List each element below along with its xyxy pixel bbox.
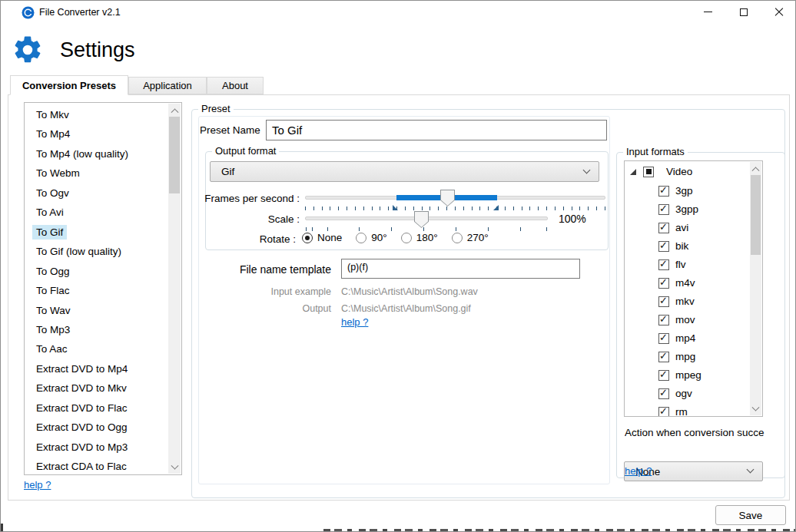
- app-window: File Converter v2.1 Settings Conversion …: [0, 0, 796, 532]
- minimize-button[interactable]: [690, 1, 725, 23]
- rotate-option[interactable]: None: [302, 232, 342, 243]
- format-checkbox[interactable]: ✓: [658, 315, 669, 325]
- preset-list-help-link[interactable]: help ?: [24, 479, 51, 491]
- tick-mark: [438, 207, 439, 210]
- rotate-option[interactable]: 180°: [401, 232, 438, 243]
- scale-value: 100%: [559, 213, 586, 225]
- format-checkbox[interactable]: ✓: [658, 388, 669, 399]
- preset-list-item[interactable]: Extract DVD to Mkv: [25, 379, 167, 397]
- format-tree-item[interactable]: ✓m4v: [658, 277, 695, 289]
- save-button[interactable]: Save: [715, 505, 786, 525]
- format-tree-item[interactable]: ✓rm: [658, 406, 688, 417]
- file-name-template-value: (p)(f): [347, 262, 368, 273]
- preset-list-item[interactable]: To Mp4 (low quality): [25, 145, 167, 163]
- format-tree-item[interactable]: ✓3gpp: [658, 203, 698, 215]
- tick-mark: [347, 207, 347, 210]
- input-example-value: C:\Music\Artist\Album\Song.wav: [341, 286, 478, 297]
- radio-icon: [302, 233, 313, 243]
- format-tree-item[interactable]: ✓ogv: [658, 388, 692, 399]
- app-icon: [22, 6, 35, 19]
- format-checkbox[interactable]: ✓: [658, 296, 669, 307]
- scrollbar-thumb[interactable]: [751, 175, 761, 255]
- tree-root-row[interactable]: Video: [630, 166, 692, 177]
- format-checkbox[interactable]: ✓: [658, 204, 669, 215]
- close-icon: [774, 8, 784, 17]
- scroll-down-icon[interactable]: [750, 403, 761, 415]
- output-format-select[interactable]: Gif: [210, 161, 599, 182]
- format-tree-item[interactable]: ✓mpg: [658, 351, 695, 362]
- format-tree-item[interactable]: ✓mkv: [658, 296, 695, 307]
- input-formats-help-link[interactable]: help ?: [625, 465, 652, 477]
- format-checkbox[interactable]: ✓: [658, 333, 669, 344]
- format-checkbox[interactable]: ✓: [658, 223, 669, 233]
- preset-list-scrollbar[interactable]: [168, 104, 181, 474]
- preset-list-item-label: To Gif (low quality): [32, 244, 125, 259]
- preset-name-input[interactable]: To Gif: [266, 120, 607, 140]
- preset-list-item[interactable]: To Mp4: [25, 125, 167, 143]
- tree-scrollbar[interactable]: [750, 162, 761, 415]
- format-checkbox[interactable]: ✓: [658, 259, 669, 270]
- preset-list-item-label: To Gif: [32, 225, 67, 240]
- fps-slider-ticks: [305, 207, 605, 210]
- tick-mark: [579, 207, 580, 210]
- file-name-template-input[interactable]: (p)(f): [341, 259, 580, 279]
- tab-application[interactable]: Application: [128, 77, 207, 94]
- rotate-option[interactable]: 90°: [356, 232, 386, 243]
- preset-list-item-label: To Mkv: [32, 107, 73, 122]
- preset-list-item-label: To Ogg: [32, 264, 74, 279]
- format-checkbox[interactable]: ✓: [658, 370, 669, 381]
- tab-about[interactable]: About: [207, 77, 264, 94]
- input-formats-tree: Video ✓3gp✓3gpp✓avi✓bik✓flv✓m4v✓mkv✓mov✓…: [624, 160, 763, 417]
- format-checkbox[interactable]: ✓: [658, 352, 669, 362]
- preset-list-item[interactable]: To Mp3: [25, 321, 167, 339]
- format-label: bik: [675, 240, 688, 252]
- preset-list-item[interactable]: Extract DVD to Mp3: [25, 438, 167, 456]
- preset-list-item[interactable]: To Ogv: [25, 184, 167, 202]
- format-checkbox[interactable]: ✓: [658, 407, 669, 418]
- fps-range-start-marker: [393, 205, 398, 210]
- preset-list-item[interactable]: Extract CDA to Flac: [25, 458, 167, 475]
- preset-group-label: Preset: [198, 103, 234, 114]
- scale-slider-thumb[interactable]: [414, 211, 429, 228]
- scroll-up-icon[interactable]: [750, 162, 761, 174]
- preset-list-item[interactable]: Extract DVD to Mp4: [25, 360, 167, 378]
- preset-list-item-label: To Avi: [32, 205, 68, 220]
- fps-slider-thumb[interactable]: [440, 190, 455, 207]
- format-tree-item[interactable]: ✓bik: [658, 240, 688, 252]
- preset-list-item[interactable]: To Wav: [25, 302, 167, 319]
- preset-list-item[interactable]: To Aac: [25, 340, 167, 358]
- preset-list-item[interactable]: To Flac: [25, 282, 167, 299]
- format-tree-item[interactable]: ✓mpeg: [658, 369, 701, 381]
- output-format-group-label: Output format: [212, 145, 279, 157]
- preset-list-item[interactable]: To Gif: [25, 223, 167, 241]
- format-tree-item[interactable]: ✓mp4: [658, 332, 695, 344]
- tab-conversion-presets[interactable]: Conversion Presets: [10, 75, 128, 95]
- close-button[interactable]: [761, 1, 796, 23]
- format-tree-item[interactable]: ✓flv: [658, 259, 686, 270]
- format-checkbox[interactable]: ✓: [658, 186, 669, 197]
- format-tree-item[interactable]: ✓3gp: [658, 185, 693, 197]
- tick-mark: [305, 207, 306, 210]
- format-tree-item[interactable]: ✓mov: [658, 314, 695, 325]
- preset-list-item[interactable]: To Webm: [25, 164, 167, 182]
- video-checkbox[interactable]: [643, 167, 654, 177]
- maximize-button[interactable]: [726, 1, 761, 23]
- rotate-option[interactable]: 270°: [452, 232, 489, 243]
- format-checkbox[interactable]: ✓: [658, 241, 669, 252]
- scroll-up-icon[interactable]: [168, 104, 181, 116]
- preset-list-item[interactable]: Extract DVD to Flac: [25, 399, 167, 417]
- expander-icon[interactable]: [630, 169, 636, 175]
- radio-icon: [356, 233, 366, 243]
- preset-list-item[interactable]: To Mkv: [25, 106, 167, 124]
- scrollbar-thumb[interactable]: [169, 117, 180, 193]
- preset-list-item[interactable]: Extract DVD to Ogg: [25, 418, 167, 436]
- preset-list-item[interactable]: To Gif (low quality): [25, 243, 167, 260]
- format-checkbox[interactable]: ✓: [658, 278, 669, 289]
- tick-mark: [538, 207, 539, 210]
- file-name-help-link[interactable]: help ?: [341, 316, 368, 328]
- preset-list-item[interactable]: To Avi: [25, 203, 167, 221]
- preset-list-item-label: Extract DVD to Ogg: [32, 420, 131, 435]
- format-tree-item[interactable]: ✓avi: [658, 222, 688, 233]
- preset-list-item[interactable]: To Ogg: [25, 263, 167, 280]
- scroll-down-icon[interactable]: [168, 461, 181, 474]
